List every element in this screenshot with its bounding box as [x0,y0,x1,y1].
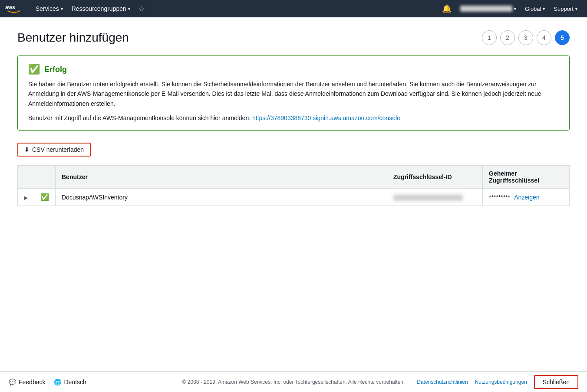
step-indicators: 1 2 3 4 5 [482,30,570,45]
users-table: Benutzer Zugriffsschlüssel-ID Geheimer Z… [17,165,570,206]
table-row: ▶ ✅ DocusnapAWSInventory ********* Anzei… [18,189,570,206]
aws-logo[interactable]: aws [5,3,23,15]
services-nav[interactable]: Services ▾ [31,0,67,17]
success-box: ✅ Erfolg Sie haben die Benutzer unten er… [17,56,570,131]
copyright: © 2008 - 2019, Amazon Web Services, Inc.… [182,379,405,385]
username: DocusnapAWSInventory [62,194,128,201]
console-signin-link[interactable]: https://378903388730.signin.aws.amazon.c… [252,114,400,121]
success-body: Sie haben die Benutzer unten erfolgreich… [28,79,559,108]
col-key-id-header: Zugriffsschlüssel-ID [387,166,483,189]
feedback-label: Feedback [19,379,45,385]
notifications-bell-icon[interactable]: 🔔 [438,4,456,13]
success-header: ✅ Erfolg [28,65,559,74]
ressourcengruppen-nav[interactable]: Ressourcengruppen ▾ [67,0,135,17]
page-title: Benutzer hinzufügen [17,31,129,45]
csv-button-label: CSV herunterladen [32,146,84,153]
region-menu[interactable]: Global ▾ [521,6,550,12]
col-status-header [34,166,56,189]
csv-download-button[interactable]: ⬇ CSV herunterladen [17,143,91,157]
username-cell: DocusnapAWSInventory [56,189,387,206]
datenschutz-link[interactable]: Datenschutzrichtlinien [417,379,468,385]
step-1: 1 [482,30,497,45]
region-label: Global [525,6,541,12]
download-icon: ⬇ [24,146,30,153]
step-2: 2 [500,30,515,45]
account-chevron-icon: ▾ [514,7,516,11]
bottom-right: Datenschutzrichtlinien Nutzungsbedingung… [417,375,578,389]
favorites-star-icon[interactable]: ☆ [135,4,148,13]
region-chevron-icon: ▾ [543,7,545,11]
success-link-line: Benutzer mit Zugriff auf die AWS-Managem… [28,114,559,121]
status-cell: ✅ [34,189,56,206]
console-link-prefix: Benutzer mit Zugriff auf die AWS-Managem… [28,114,252,121]
expand-arrow-icon[interactable]: ▶ [24,195,28,201]
language-selector[interactable]: 🌐 Deutsch [54,379,86,385]
language-label: Deutsch [64,379,86,385]
nav-right-section: 🔔 ▾ Global ▾ Support ▾ [438,4,582,13]
page-header: Benutzer hinzufügen 1 2 3 4 5 [17,30,570,45]
bottom-left: 💬 Feedback 🌐 Deutsch [9,379,86,385]
col-user-header: Benutzer [56,166,387,189]
bottom-bar: 💬 Feedback 🌐 Deutsch © 2008 - 2019, Amaz… [0,371,587,392]
expand-cell[interactable]: ▶ [18,189,34,206]
success-check-icon: ✅ [28,65,40,74]
col-secret-header: Geheimer Zugriffsschlüssel [483,166,570,189]
step-3: 3 [518,30,533,45]
support-label: Support [554,6,574,12]
support-chevron-icon: ▾ [575,7,577,11]
table-header-row: Benutzer Zugriffsschlüssel-ID Geheimer Z… [18,166,570,189]
secret-cell: ********* Anzeigen [483,189,570,206]
ressourcengruppen-label: Ressourcengruppen [72,5,126,12]
col-expand-header [18,166,34,189]
success-title: Erfolg [44,65,67,74]
top-navigation: aws Services ▾ Ressourcengruppen ▾ ☆ 🔔 ▾… [0,0,587,17]
key-id-blurred [393,195,463,201]
step-5: 5 [555,30,570,45]
step-4: 4 [537,30,551,45]
show-secret-link[interactable]: Anzeigen [514,194,539,201]
account-name [460,6,512,12]
feedback-chat-icon: 💬 [9,379,16,385]
secret-stars: ********* [489,194,510,201]
close-button[interactable]: Schließen [534,375,578,389]
support-menu[interactable]: Support ▾ [549,6,582,12]
main-content: Benutzer hinzufügen 1 2 3 4 5 ✅ Erfolg S… [0,17,587,371]
ressourcengruppen-chevron-icon: ▾ [128,7,130,11]
svg-text:aws: aws [5,4,15,10]
row-success-icon: ✅ [40,193,49,201]
account-menu[interactable]: ▾ [456,6,521,12]
globe-icon: 🌐 [54,379,61,385]
services-chevron-icon: ▾ [61,7,63,11]
services-label: Services [36,5,59,12]
key-id-cell [387,189,483,206]
feedback-button[interactable]: 💬 Feedback [9,379,45,385]
nutzung-link[interactable]: Nutzungsbedingungen [475,379,527,385]
